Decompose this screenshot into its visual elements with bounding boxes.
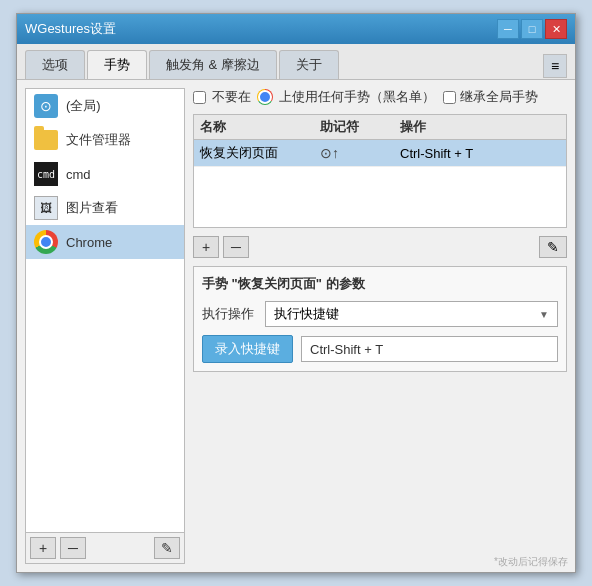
col-header-action: 操作 — [400, 118, 560, 136]
right-header: 不要在 上使用任何手势（黑名单） 继承全局手势 — [193, 88, 567, 106]
gesture-table: 名称 助记符 操作 恢复关闭页面 ⊙↑ Ctrl-Shift + T — [193, 114, 567, 228]
action-dropdown-value: 执行快捷键 — [274, 305, 339, 323]
close-button[interactable]: ✕ — [545, 19, 567, 39]
right-toolbar: + ─ ✎ — [193, 236, 567, 258]
app-label-global: (全局) — [66, 97, 176, 115]
app-label-cmd: cmd — [66, 167, 176, 182]
cmd-icon: cmd — [34, 162, 58, 186]
shortcut-row: 录入快捷键 Ctrl-Shift + T — [202, 335, 558, 363]
app-item-imageviewer[interactable]: 🖼 图片查看 — [26, 191, 184, 225]
tabs-bar: 选项 手势 触发角 & 摩擦边 关于 ≡ — [17, 44, 575, 80]
inherit-row: 继承全局手势 — [443, 88, 538, 106]
blacklist-prefix-label: 不要在 — [212, 88, 251, 106]
dropdown-arrow-icon: ▼ — [539, 309, 549, 320]
action-param-row: 执行操作 执行快捷键 ▼ — [202, 301, 558, 327]
tabs-menu-button[interactable]: ≡ — [543, 54, 567, 78]
add-app-button[interactable]: + — [30, 537, 56, 559]
app-item-filemanager[interactable]: 文件管理器 — [26, 123, 184, 157]
gesture-hint: ⊙↑ — [320, 145, 400, 161]
app-label-imageviewer: 图片查看 — [66, 199, 176, 217]
table-header: 名称 助记符 操作 — [194, 115, 566, 140]
inherit-label: 继承全局手势 — [460, 88, 538, 106]
gesture-toolbar-left: + ─ — [193, 236, 249, 258]
tab-about[interactable]: 关于 — [279, 50, 339, 79]
add-gesture-button[interactable]: + — [193, 236, 219, 258]
record-shortcut-button[interactable]: 录入快捷键 — [202, 335, 293, 363]
tabs-left: 选项 手势 触发角 & 摩擦边 关于 — [25, 50, 339, 79]
main-window: WGestures设置 ─ □ ✕ 选项 手势 触发角 & 摩擦边 关于 ≡ ⊙… — [16, 13, 576, 573]
blacklist-checkbox[interactable] — [193, 91, 206, 104]
table-empty-area — [194, 167, 566, 227]
tab-hotcorners[interactable]: 触发角 & 摩擦边 — [149, 50, 277, 79]
app-item-global[interactable]: ⊙ (全局) — [26, 89, 184, 123]
left-panel: ⊙ (全局) 文件管理器 cmd cmd — [25, 88, 185, 564]
edit-gesture-button[interactable]: ✎ — [539, 236, 567, 258]
hint-symbol: ⊙↑ — [320, 145, 339, 161]
global-icon: ⊙ — [34, 94, 58, 118]
watermark: *改动后记得保存 — [494, 555, 568, 569]
shortcut-value: Ctrl-Shift + T — [310, 342, 383, 357]
titlebar-buttons: ─ □ ✕ — [497, 19, 567, 39]
right-panel: 不要在 上使用任何手势（黑名单） 继承全局手势 名称 助记符 操作 恢复关闭页面 — [193, 88, 567, 564]
tab-gestures[interactable]: 手势 — [87, 50, 147, 79]
blacklist-row: 不要在 上使用任何手势（黑名单） — [193, 88, 435, 106]
content-area: ⊙ (全局) 文件管理器 cmd cmd — [17, 80, 575, 572]
blacklist-app-icon — [257, 89, 273, 105]
action-label: 执行操作 — [202, 305, 257, 323]
edit-app-button[interactable]: ✎ — [154, 537, 180, 559]
left-toolbar: + ─ ✎ — [26, 532, 184, 563]
params-section: 手势 "恢复关闭页面" 的参数 执行操作 执行快捷键 ▼ 录入快捷键 Ctrl-… — [193, 266, 567, 372]
inherit-checkbox[interactable] — [443, 91, 456, 104]
chrome-icon — [34, 230, 58, 254]
gesture-row[interactable]: 恢复关闭页面 ⊙↑ Ctrl-Shift + T — [194, 140, 566, 167]
filemanager-icon — [34, 128, 58, 152]
col-header-hint: 助记符 — [320, 118, 400, 136]
remove-gesture-button[interactable]: ─ — [223, 236, 249, 258]
blacklist-suffix-label: 上使用任何手势（黑名单） — [279, 88, 435, 106]
imageviewer-icon: 🖼 — [34, 196, 58, 220]
gesture-name: 恢复关闭页面 — [200, 144, 320, 162]
app-list: ⊙ (全局) 文件管理器 cmd cmd — [26, 89, 184, 532]
tab-options[interactable]: 选项 — [25, 50, 85, 79]
window-title: WGestures设置 — [25, 20, 116, 38]
action-dropdown[interactable]: 执行快捷键 ▼ — [265, 301, 558, 327]
params-title: 手势 "恢复关闭页面" 的参数 — [202, 275, 558, 293]
remove-app-button[interactable]: ─ — [60, 537, 86, 559]
gesture-action: Ctrl-Shift + T — [400, 146, 560, 161]
col-header-name: 名称 — [200, 118, 320, 136]
shortcut-display: Ctrl-Shift + T — [301, 336, 558, 362]
app-label-filemanager: 文件管理器 — [66, 131, 176, 149]
app-item-chrome[interactable]: Chrome — [26, 225, 184, 259]
maximize-button[interactable]: □ — [521, 19, 543, 39]
app-label-chrome: Chrome — [66, 235, 176, 250]
app-item-cmd[interactable]: cmd cmd — [26, 157, 184, 191]
titlebar: WGestures设置 ─ □ ✕ — [17, 14, 575, 44]
minimize-button[interactable]: ─ — [497, 19, 519, 39]
